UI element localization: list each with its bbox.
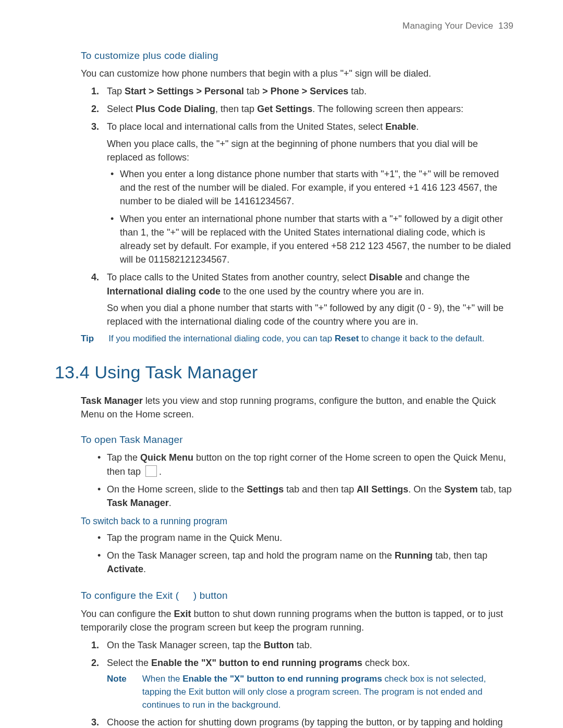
main-heading: 13.4 Using Task Manager [55,360,513,385]
list-item: When you enter an international phone nu… [120,212,513,266]
note-label: Note [107,673,127,711]
list-item: Tap the program name in the Quick Menu. [107,531,513,545]
list-item: 3. Choose the action for shutting down p… [107,715,513,728]
open-tm-bullets: Tap the Quick Menu button on the top rig… [107,451,513,509]
tip-label: Tip [81,332,94,346]
note-block: Note When the Enable the "X" button to e… [107,673,513,711]
placeholder-icon [145,465,157,477]
configure-exit-intro: You can configure the Exit button to shu… [81,607,513,634]
task-manager-intro: Task Manager lets you view and stop runn… [81,394,513,421]
list-item: 1. On the Task Manager screen, tap the B… [107,638,513,652]
list-item: 4. To place calls to the United States f… [107,270,513,328]
configure-exit-title: To configure the Exit ( ) button [81,588,513,603]
switch-back-bullets: Tap the program name in the Quick Menu. … [107,531,513,576]
page-header: Managing Your Device 139 [55,20,513,33]
list-item: Tap the Quick Menu button on the top rig… [107,451,513,478]
list-item: 1. Tap Start > Settings > Personal tab >… [107,84,513,98]
plus-code-steps: 1. Tap Start > Settings > Personal tab >… [107,84,513,328]
list-item: 3. To place local and international call… [107,120,513,266]
switch-back-title: To switch back to a running program [81,515,513,528]
chapter-name: Managing Your Device [402,21,493,31]
list-item: On the Home screen, slide to the Setting… [107,483,513,510]
section-plus-code-title: To customize plus code dialing [81,48,513,63]
open-task-manager-title: To open Task Manager [81,433,513,447]
page-number: 139 [498,21,513,31]
list-item: 2. Select the Enable the "X" button to e… [107,656,513,711]
tip-block: Tip If you modified the international di… [81,332,513,346]
list-item: 2. Select Plus Code Dialing, then tap Ge… [107,102,513,116]
list-item: When you enter a long distance phone num… [120,167,513,208]
nested-bullets: When you enter a long distance phone num… [120,167,513,267]
note-text: When the Enable the "X" button to end ru… [142,673,513,711]
section-plus-code-intro: You can customize how phone numbers that… [81,67,513,80]
configure-exit-steps: 1. On the Task Manager screen, tap the B… [107,638,513,728]
list-item: On the Task Manager screen, tap and hold… [107,549,513,576]
tip-text: If you modified the international dialin… [108,332,484,346]
